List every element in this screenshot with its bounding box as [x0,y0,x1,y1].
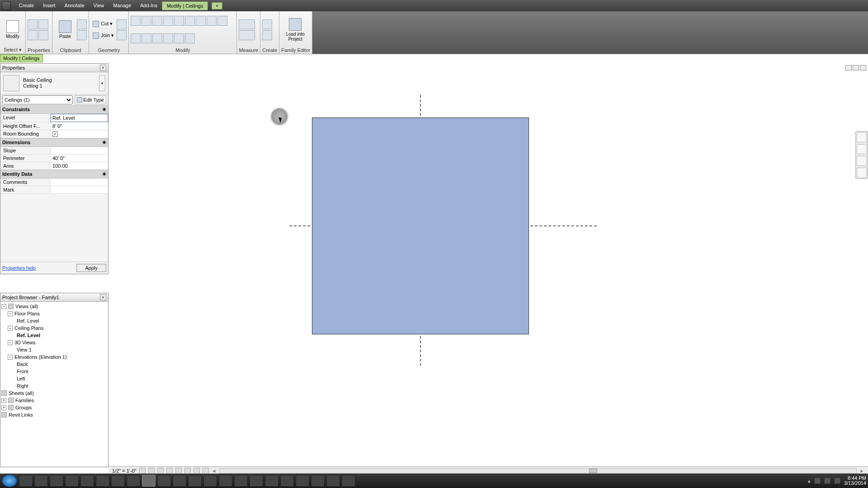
apply-button[interactable]: Apply [76,264,106,272]
tree-elevation-item[interactable]: Front [1,368,107,375]
shadows-icon[interactable] [166,468,173,474]
tray-flag-icon[interactable] [814,478,821,484]
crop-region-icon[interactable] [184,468,191,474]
tree-views-root[interactable]: –Views (all) [1,303,107,310]
properties-help-link[interactable]: Properties help [2,265,36,271]
split-face-button[interactable] [117,30,127,40]
tree-ceilingplan-item[interactable]: Ref. Level [1,332,107,339]
tree-elevation-item[interactable]: Back [1,361,107,368]
taskbar-app5-icon[interactable] [234,475,248,487]
tray-volume-icon[interactable] [834,478,840,484]
select-panel-label[interactable]: Select ▾ [4,47,22,54]
cope-button[interactable] [117,19,127,29]
tree-floor-plans[interactable]: –Floor Plans [1,310,107,317]
tree-3d-item[interactable]: View 1 [1,346,107,353]
prop-value[interactable] [50,147,108,154]
create-group-button[interactable] [262,30,272,40]
checkbox-icon[interactable]: ✓ [52,131,58,137]
taskbar-app11-icon[interactable] [342,475,355,487]
tray-overflow-icon[interactable]: ▴ [808,478,811,484]
taskbar-app4-icon[interactable] [188,475,202,487]
menu-view[interactable]: View [89,1,109,10]
edit-type-button[interactable]: Edit Type [75,95,106,104]
tree-sheets[interactable]: Sheets (all) [1,389,107,397]
taskbar-excel-icon[interactable] [80,475,94,487]
copy-clipboard-button[interactable] [77,30,87,40]
taskbar-app2-icon[interactable] [127,475,140,487]
pan-icon[interactable] [857,156,867,166]
load-into-project-button[interactable]: Load into Project [281,14,309,46]
taskbar-folder-icon[interactable] [65,475,79,487]
application-button[interactable] [2,1,11,10]
prop-value[interactable]: ✓ [50,130,108,138]
restore-view-icon[interactable] [853,65,859,70]
cut-clipboard-button[interactable] [77,19,87,29]
rotate-button[interactable] [142,33,151,43]
taskbar-explorer-icon[interactable] [19,475,33,487]
prop-row-perimeter[interactable]: Perimeter40' 0" [0,155,108,162]
taskbar-chrome-icon[interactable] [50,475,63,487]
tree-revit-links[interactable]: Revit Links [1,411,107,418]
prop-row-mark[interactable]: Mark [0,186,108,194]
close-icon[interactable]: × [100,294,106,300]
tree-floorplan-item[interactable]: Ref. Level [1,317,107,324]
menu-add-ins[interactable]: Add-Ins [136,1,162,10]
join-geometry-button[interactable]: Join ▾ [91,31,116,40]
create-similar-button[interactable] [262,19,272,29]
menu-modify-ceilings[interactable]: Modify | Ceilings [162,1,208,10]
instance-properties-button[interactable] [28,30,38,40]
taskbar-record-icon[interactable] [311,475,325,487]
scrollbar-thumb[interactable] [589,469,597,473]
visual-style-icon[interactable] [148,468,155,474]
view-scale[interactable]: 1/2" = 1'-0" [112,468,137,474]
taskbar-app9-icon[interactable] [296,475,309,487]
prop-row-slope[interactable]: Slope [0,147,108,155]
measure-button[interactable] [239,30,255,40]
tree-toggle-icon[interactable]: – [8,311,13,316]
tray-network-icon[interactable] [824,478,830,484]
taskbar-app8-icon[interactable] [280,475,294,487]
tree-toggle-icon[interactable]: + [1,405,6,410]
taskbar-word-icon[interactable] [96,475,109,487]
tree-elevation-item[interactable]: Left [1,375,107,382]
taskbar-app3-icon[interactable] [173,475,186,487]
pin-button[interactable] [152,33,162,43]
trim-button[interactable] [185,16,195,26]
copy-button[interactable] [131,33,141,43]
taskbar-app7-icon[interactable] [265,475,278,487]
menu-manage[interactable]: Manage [108,1,136,10]
home-view-icon[interactable] [857,132,867,142]
scale-button[interactable] [207,16,217,26]
sun-path-icon[interactable] [157,468,164,474]
array-button[interactable] [196,16,206,26]
family-types-button[interactable] [38,19,48,29]
crop-view-icon[interactable] [175,468,182,474]
taskbar-photoshop-icon[interactable] [203,475,217,487]
menu-insert[interactable]: Insert [38,1,60,10]
taskbar-indesign-icon[interactable] [219,475,232,487]
tree-groups[interactable]: +Groups [1,404,107,411]
tree-toggle-icon[interactable]: – [8,326,13,331]
mirror-draw-button[interactable] [163,16,173,26]
prop-value[interactable]: 100.00 [50,162,108,169]
taskbar-powerpoint-icon[interactable] [111,475,125,487]
section-identity[interactable]: Identity Data✳ [0,170,108,178]
aligned-dim-button[interactable] [239,19,255,29]
project-units-button[interactable] [38,30,48,40]
section-dimensions[interactable]: Dimensions✳ [0,138,108,147]
instance-filter-select[interactable]: Ceilings (1) [2,95,73,104]
reveal-hidden-icon[interactable] [203,468,209,474]
taskbar-navisworks-icon[interactable] [157,475,171,487]
tree-toggle-icon[interactable]: – [8,340,13,345]
close-icon[interactable]: × [100,65,106,71]
delete-button[interactable] [185,33,195,43]
ribbon-help-icon[interactable]: ▾ [212,2,222,9]
prop-row-area[interactable]: Area100.00 [0,162,108,170]
chevron-down-icon[interactable]: ▾ [99,75,105,91]
minimize-view-icon[interactable] [845,65,852,70]
prop-value[interactable] [50,178,108,186]
unpin-button[interactable] [163,33,173,43]
selected-ceiling[interactable] [312,117,529,334]
start-button[interactable] [2,474,17,487]
modify-tool-button[interactable]: Modify [2,13,24,46]
